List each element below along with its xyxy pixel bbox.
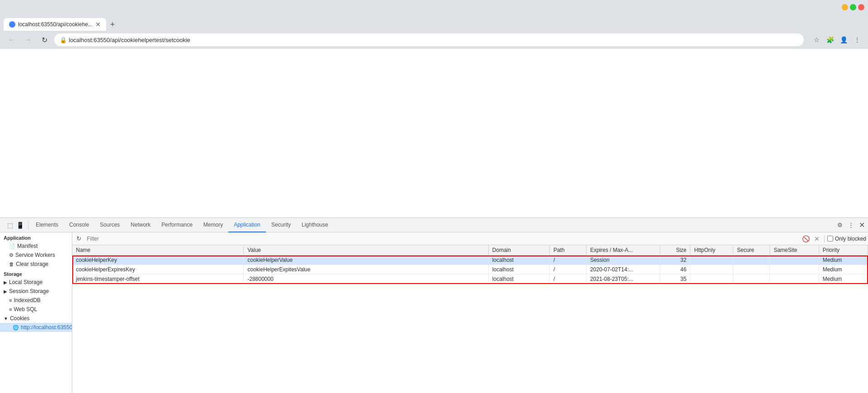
settings-button[interactable]: ⚙ [835,221,844,230]
window-controls [842,4,864,10]
device-toolbar-button[interactable]: 📱 [15,221,24,230]
indexeddb-icon: ≡ [9,298,12,303]
sidebar-cookies-localhost[interactable]: 🌐 http://localhost:63550 [0,323,72,332]
minimize-button[interactable] [842,4,848,10]
cookie-origin-icon: 🌐 [13,325,19,331]
cell-samesite [770,265,819,275]
sidebar-item-clear-storage[interactable]: 🗑 Clear storage [0,260,72,269]
cell-path: / [550,265,586,275]
manifest-icon: 📄 [9,243,15,249]
cell-domain: localhost [488,256,549,265]
col-header-samesite: SameSite [770,245,819,256]
sidebar-group-local-storage: ▶ Local Storage [0,278,72,287]
extension-icon[interactable]: 🧩 [825,34,835,45]
col-header-name: Name [72,245,244,256]
tab-elements[interactable]: Elements [30,218,64,232]
devtools-close-button[interactable]: ✕ [857,221,866,230]
tab-bar: localhost:63550/api/cookiehe... ✕ + [0,14,868,31]
address-input[interactable]: 🔒 localhost:63550/api/cookiehelpertest/s… [54,33,804,46]
delete-cookie-button[interactable]: ✕ [812,234,821,243]
tab-lighthouse[interactable]: Lighthouse [296,218,334,232]
forward-button[interactable]: → [22,33,34,46]
cell-secure [733,265,770,275]
sidebar-item-service-workers[interactable]: ⚙ Service Workers [0,251,72,260]
cell-domain: localhost [488,275,549,284]
refresh-cookies-button[interactable]: ↻ [74,234,83,243]
more-tools-button[interactable]: ⋮ [846,221,855,230]
new-tab-button[interactable]: + [106,18,119,31]
filter-input[interactable] [85,234,800,243]
menu-button[interactable]: ⋮ [852,34,863,45]
col-header-priority: Priority [819,245,868,256]
profile-button[interactable]: 👤 [838,34,849,45]
cell-name: cookieHelperKey [72,256,244,265]
page-content [0,49,868,218]
browser-tab[interactable]: localhost:63550/api/cookiehe... ✕ [4,18,106,31]
inspect-element-button[interactable]: ⬚ [5,221,14,230]
tab-performance[interactable]: Performance [156,218,198,232]
cookies-subitem-label: http://localhost:63550 [21,324,72,331]
cell-domain: localhost [488,265,549,275]
cell-size: 35 [660,275,690,284]
table-row[interactable]: jenkins-timestamper-offset-28800000local… [72,275,868,284]
cookies-data-table: Name Value Domain Path Expires / Max-A..… [72,245,868,284]
col-header-httponly: HttpOnly [690,245,733,256]
cell-samesite [770,275,819,284]
clear-storage-icon: 🗑 [9,261,14,267]
tab-memory[interactable]: Memory [198,218,228,232]
cell-expires: 2021-08-23T05:... [586,275,660,284]
sidebar-session-storage-header[interactable]: ▶ Session Storage [0,287,72,296]
refresh-button[interactable]: ↻ [38,33,51,46]
table-row[interactable]: cookieHelperExpiresKeycookieHelperExpite… [72,265,868,275]
application-section-header: Application [0,232,72,241]
only-blocked-checkbox[interactable] [827,236,833,241]
col-header-path: Path [550,245,586,256]
clear-filter-button[interactable]: 🚫 [802,234,811,243]
devtools-body: Application 📄 Manifest ⚙ Service Workers… [0,232,868,393]
cell-name: jenkins-timestamper-offset [72,275,244,284]
cell-size: 46 [660,265,690,275]
star-button[interactable]: ☆ [811,34,822,45]
tab-network[interactable]: Network [125,218,156,232]
sidebar-item-manifest[interactable]: 📄 Manifest [0,241,72,251]
sidebar-item-indexeddb[interactable]: ≡ IndexedDB [0,296,72,305]
cell-httponly [690,275,733,284]
devtools-panel-icons: ⬚ 📱 [2,221,28,230]
chevron-right-icon-2: ▶ [4,289,7,294]
session-storage-label: Session Storage [9,288,49,294]
col-header-domain: Domain [488,245,549,256]
cell-value: cookieHelperValue [244,256,488,265]
sidebar-item-clear-storage-label: Clear storage [16,261,48,267]
cell-name: cookieHelperExpiresKey [72,265,244,275]
sidebar-local-storage-header[interactable]: ▶ Local Storage [0,278,72,287]
sidebar-cookies-header[interactable]: ▼ Cookies [0,314,72,323]
back-button[interactable]: ← [5,33,18,46]
cell-priority: Medium [819,256,868,265]
maximize-button[interactable] [850,4,856,10]
tab-close-button[interactable]: ✕ [95,21,101,28]
cell-expires: 2020-07-02T14:... [586,265,660,275]
table-row[interactable]: cookieHelperKeycookieHelperValuelocalhos… [72,256,868,265]
sidebar-item-service-workers-label: Service Workers [15,252,55,258]
address-bar-icons: ☆ 🧩 👤 ⋮ [811,34,863,45]
sidebar: Application 📄 Manifest ⚙ Service Workers… [0,232,72,393]
only-blocked-label: Only blocked [827,236,866,242]
close-button[interactable] [858,4,864,10]
local-storage-label: Local Storage [9,279,42,285]
tab-console[interactable]: Console [64,218,94,232]
devtools-right-icons: ⚙ ⋮ ✕ [835,221,866,230]
title-bar [0,0,868,14]
col-header-value: Value [244,245,488,256]
tab-application[interactable]: Application [228,218,266,232]
tab-security[interactable]: Security [266,218,296,232]
main-panel: ↻ 🚫 ✕ Only blocked Name Value [72,232,868,393]
tab-title: localhost:63550/api/cookiehe... [18,21,93,28]
cell-httponly [690,265,733,275]
col-header-size: Size [660,245,690,256]
indexeddb-label: IndexedDB [14,297,40,303]
tab-sources[interactable]: Sources [94,218,125,232]
col-header-expires: Expires / Max-A... [586,245,660,256]
sidebar-item-web-sql[interactable]: ≡ Web SQL [0,305,72,314]
col-header-secure: Secure [733,245,770,256]
cell-httponly [690,256,733,265]
